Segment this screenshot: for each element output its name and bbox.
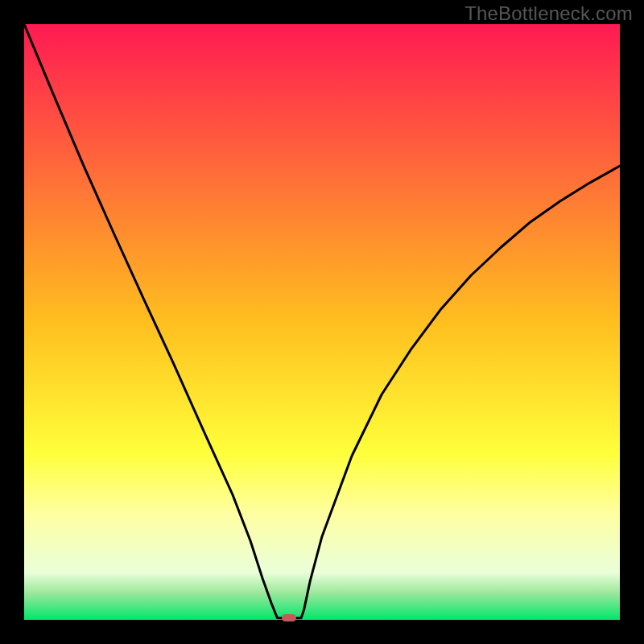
gradient-background: [24, 24, 620, 620]
chart-frame: TheBottleneck.com: [0, 0, 644, 644]
min-marker: [282, 614, 296, 621]
chart-plot: [24, 24, 620, 620]
watermark-text: TheBottleneck.com: [464, 2, 633, 25]
